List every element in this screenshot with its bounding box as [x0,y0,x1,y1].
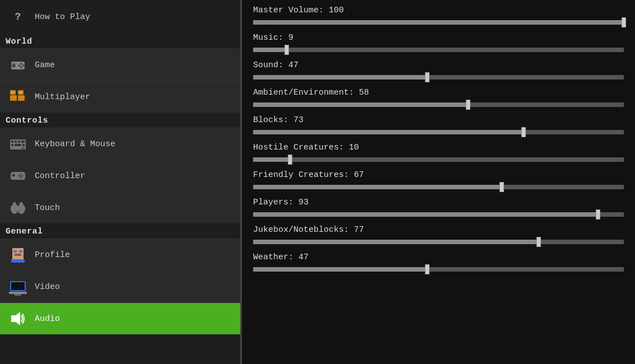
svg-rect-14 [11,141,13,143]
svg-rect-16 [18,141,20,143]
slider-label-sound: Sound: 47 [253,60,624,70]
svg-point-27 [18,175,20,177]
slider-track-jukebox-noteblocks[interactable] [253,237,624,247]
sidebar: ? How to Play World Game [0,0,242,364]
section-world: World [0,34,240,49]
svg-point-6 [20,66,22,68]
sidebar-item-video[interactable]: Video [0,270,240,302]
slider-row-jukebox-noteblocks: Jukebox/Noteblocks: 77 [253,225,624,247]
slider-track-blocks[interactable] [253,127,624,137]
svg-rect-39 [11,259,25,263]
slider-track-music[interactable] [253,45,624,55]
svg-point-3 [20,63,22,65]
sidebar-item-controller[interactable]: Controller [0,160,240,192]
sidebar-item-profile[interactable]: Profile [0,239,240,270]
controller-label: Controller [35,171,85,181]
slider-row-master-volume: Master Volume: 100 [253,6,624,27]
slider-row-friendly-creatures: Friendly Creatures: 67 [253,170,624,192]
video-label: Video [35,282,60,292]
slider-thumb-master-volume[interactable] [622,17,626,27]
svg-rect-37 [19,250,22,253]
slider-row-ambient-environment: Ambient/Environment: 58 [253,88,624,110]
svg-point-4 [22,64,25,67]
slider-track-ambient-environment[interactable] [253,100,624,110]
sidebar-item-multiplayer[interactable]: Multiplayer [0,81,240,113]
svg-rect-18 [11,144,13,146]
svg-point-28 [20,177,22,179]
slider-label-friendly-creatures: Friendly Creatures: 67 [253,170,624,180]
slider-label-ambient-environment: Ambient/Environment: 58 [253,88,624,97]
slider-row-blocks: Blocks: 73 [253,115,624,137]
svg-rect-44 [11,315,16,322]
svg-rect-12 [18,95,25,101]
svg-rect-38 [15,254,21,256]
section-controls: Controls [0,113,240,128]
svg-rect-8 [11,91,15,94]
slider-label-jukebox-noteblocks: Jukebox/Noteblocks: 77 [253,225,624,235]
slider-row-hostile-creatures: Hostile Creatures: 10 [253,143,624,165]
slider-label-music: Music: 9 [253,33,624,43]
multiplayer-label: Multiplayer [35,92,90,102]
main-content: Master Volume: 100Music: 9Sound: 47Ambie… [242,0,635,364]
svg-point-5 [18,64,20,67]
svg-marker-45 [16,312,20,325]
question-icon: ? [8,7,28,27]
profile-label: Profile [35,250,70,260]
slider-track-weather[interactable] [253,264,624,274]
svg-rect-43 [15,294,21,296]
slider-track-master-volume[interactable] [253,17,624,27]
audio-icon [8,309,28,329]
slider-row-sound: Sound: 47 [253,60,624,82]
slider-thumb-sound[interactable] [425,72,429,82]
slider-thumb-ambient-environment[interactable] [466,100,470,110]
svg-rect-31 [13,204,16,210]
slider-track-hostile-creatures[interactable] [253,155,624,165]
section-general: General [0,223,240,239]
keyboard-mouse-label: Keyboard & Mouse [35,139,115,149]
slider-label-master-volume: Master Volume: 100 [253,6,624,15]
sidebar-item-keyboard-mouse[interactable]: Keyboard & Mouse [0,128,240,160]
profile-icon [8,245,28,265]
svg-rect-41 [11,282,25,290]
multiplayer-icon [8,87,28,107]
slider-track-friendly-creatures[interactable] [253,182,624,192]
slider-row-music: Music: 9 [253,33,624,55]
slider-thumb-players[interactable] [596,209,600,220]
touch-icon [8,198,28,218]
sidebar-item-game[interactable]: Game [0,49,240,81]
slider-thumb-music[interactable] [284,45,289,55]
svg-rect-19 [15,144,21,146]
svg-rect-11 [19,91,22,94]
svg-rect-17 [21,141,25,143]
how-to-play-item[interactable]: ? How to Play [0,2,240,31]
slider-thumb-weather[interactable] [425,264,429,274]
slider-label-players: Players: 93 [253,198,624,207]
svg-rect-9 [10,95,17,101]
svg-rect-36 [13,250,17,253]
svg-point-26 [22,175,24,177]
slider-track-sound[interactable] [253,72,624,82]
slider-thumb-hostile-creatures[interactable] [288,155,292,165]
game-label: Game [35,60,55,70]
svg-point-25 [20,174,22,175]
keyboard-icon [8,134,28,154]
slider-row-weather: Weather: 47 [253,253,624,274]
slider-label-weather: Weather: 47 [253,253,624,262]
svg-rect-15 [15,141,17,143]
sidebar-item-audio[interactable]: Audio [0,302,240,334]
sidebar-item-touch[interactable]: Touch [0,192,240,223]
slider-thumb-blocks[interactable] [521,127,526,137]
svg-rect-24 [12,175,15,176]
controller-icon [8,166,28,186]
video-icon [8,277,28,297]
svg-rect-34 [20,204,23,210]
slider-label-blocks: Blocks: 73 [253,115,624,125]
svg-rect-20 [22,144,25,146]
slider-thumb-jukebox-noteblocks[interactable] [536,237,541,247]
slider-track-players[interactable] [253,209,624,220]
audio-label: Audio [35,314,60,324]
slider-row-players: Players: 93 [253,198,624,220]
slider-label-hostile-creatures: Hostile Creatures: 10 [253,143,624,152]
game-icon [8,55,28,75]
slider-thumb-friendly-creatures[interactable] [499,182,504,192]
